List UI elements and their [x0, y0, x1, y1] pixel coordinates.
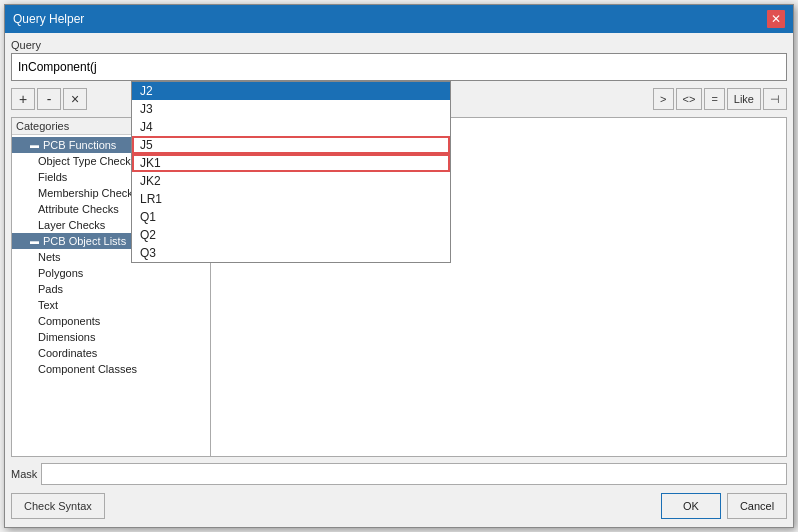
title-bar: Query Helper ✕: [5, 5, 793, 33]
ltgt-button[interactable]: <>: [676, 88, 703, 110]
eq-button[interactable]: =: [704, 88, 724, 110]
footer-buttons: OK Cancel: [661, 493, 787, 519]
window-title: Query Helper: [13, 12, 84, 26]
autocomplete-item-j4[interactable]: J4: [132, 118, 450, 136]
multiply-button[interactable]: ×: [63, 88, 87, 110]
autocomplete-item-q2[interactable]: Q2: [132, 226, 450, 244]
like-button[interactable]: Like: [727, 88, 761, 110]
check-syntax-button[interactable]: Check Syntax: [11, 493, 105, 519]
autocomplete-item-j2[interactable]: J2: [132, 82, 450, 100]
ok-button[interactable]: OK: [661, 493, 721, 519]
category-item[interactable]: Text: [12, 297, 210, 313]
dialog-content: Query J2J3J4J5JK1JK2LR1Q1Q2Q3 + - × > <>…: [5, 33, 793, 527]
autocomplete-item-q3[interactable]: Q3: [132, 244, 450, 262]
cancel-button[interactable]: Cancel: [727, 493, 787, 519]
query-input-area: J2J3J4J5JK1JK2LR1Q1Q2Q3: [11, 53, 787, 81]
expand-icon: ▬: [30, 236, 39, 246]
category-item[interactable]: Components: [12, 313, 210, 329]
autocomplete-item-jk2[interactable]: JK2: [132, 172, 450, 190]
category-item[interactable]: Dimensions: [12, 329, 210, 345]
mask-input[interactable]: [41, 463, 787, 485]
last-button[interactable]: ⊣: [763, 88, 787, 110]
query-input[interactable]: [11, 53, 787, 81]
subtract-button[interactable]: -: [37, 88, 61, 110]
query-label: Query: [11, 39, 787, 51]
mask-label: Mask: [11, 468, 37, 480]
autocomplete-dropdown: J2J3J4J5JK1JK2LR1Q1Q2Q3: [131, 81, 451, 263]
close-button[interactable]: ✕: [767, 10, 785, 28]
mask-row: Mask: [11, 461, 787, 487]
category-item[interactable]: Coordinates: [12, 345, 210, 361]
gt-button[interactable]: >: [653, 88, 673, 110]
category-item[interactable]: Polygons: [12, 265, 210, 281]
query-helper-dialog: Query Helper ✕ Query J2J3J4J5JK1JK2LR1Q1…: [4, 4, 794, 528]
footer-row: Check Syntax OK Cancel: [11, 491, 787, 521]
category-item[interactable]: Component Classes: [12, 361, 210, 377]
autocomplete-item-q1[interactable]: Q1: [132, 208, 450, 226]
add-button[interactable]: +: [11, 88, 35, 110]
autocomplete-item-lr1[interactable]: LR1: [132, 190, 450, 208]
category-item[interactable]: Pads: [12, 281, 210, 297]
autocomplete-item-j5[interactable]: J5: [132, 136, 450, 154]
autocomplete-item-j3[interactable]: J3: [132, 100, 450, 118]
autocomplete-item-jk1[interactable]: JK1: [132, 154, 450, 172]
expand-icon: ▬: [30, 140, 39, 150]
